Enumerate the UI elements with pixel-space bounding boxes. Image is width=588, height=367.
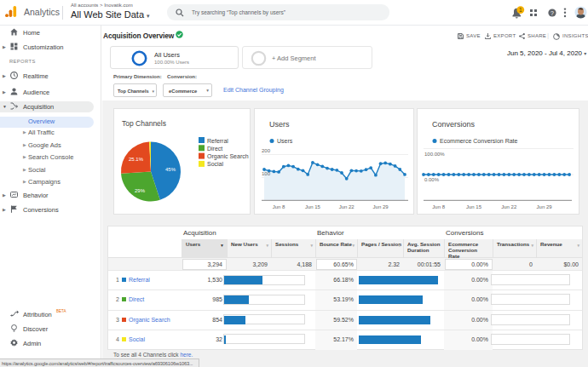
svg-text:Jun 8: Jun 8 [432, 204, 445, 209]
svg-text:Jun 8: Jun 8 [273, 204, 285, 209]
svg-text:Jun 22: Jun 22 [501, 204, 517, 209]
svg-text:100.00%: 100.00% [424, 152, 445, 157]
svg-text:Ecommerce Conversion Rate: Ecommerce Conversion Rate [440, 138, 518, 144]
svg-text:Jun 29: Jun 29 [537, 204, 553, 209]
svg-text:25.1%: 25.1% [129, 157, 144, 162]
svg-text:Organic Search: Organic Search [207, 153, 249, 160]
svg-text:Jun 15: Jun 15 [466, 204, 482, 209]
svg-text:?: ? [551, 10, 554, 16]
svg-text:200: 200 [262, 148, 271, 153]
svg-text:45%: 45% [165, 167, 176, 172]
svg-text:Jun 15: Jun 15 [305, 204, 321, 209]
svg-text:Users: Users [277, 138, 293, 144]
svg-text:Social: Social [207, 161, 224, 167]
svg-text:Jun 29: Jun 29 [373, 204, 389, 209]
svg-text:100: 100 [262, 171, 271, 176]
svg-text:Direct: Direct [207, 146, 222, 152]
svg-text:1: 1 [519, 7, 522, 13]
svg-text:Referral: Referral [207, 138, 228, 144]
svg-text:0.00%: 0.00% [424, 177, 440, 182]
svg-text:Jun 22: Jun 22 [339, 204, 355, 209]
svg-text:29%: 29% [135, 188, 146, 193]
